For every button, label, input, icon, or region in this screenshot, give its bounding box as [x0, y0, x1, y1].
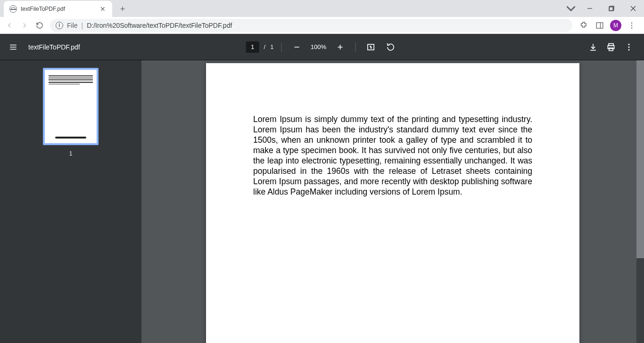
pdf-body: 1 Lorem Ipsum is simply dummy text of th…: [0, 60, 644, 343]
address-bar[interactable]: i File | D:/Iron%20Software/textToPDF/te…: [50, 19, 572, 32]
pdf-toolbar: textFileToPDF.pdf / 1 100%: [0, 34, 644, 60]
tab-title: textFileToPDF.pdf: [21, 6, 95, 12]
back-button[interactable]: [3, 19, 16, 32]
window-maximize-button[interactable]: [601, 1, 622, 16]
globe-icon: [9, 5, 17, 13]
window-close-button[interactable]: [622, 1, 644, 16]
url-scheme: File: [67, 22, 78, 29]
svg-point-25: [628, 49, 630, 50]
extensions-icon[interactable]: [576, 19, 591, 32]
zoom-in-button[interactable]: [332, 40, 347, 55]
window-controls: [563, 0, 644, 17]
thumbnail-page-number: 1: [69, 150, 72, 157]
url-separator: |: [82, 22, 83, 29]
pdf-toolbar-right: [586, 40, 636, 55]
pdf-viewer: textFileToPDF.pdf / 1 100%: [0, 34, 644, 343]
thumbnail-footer-bar: [55, 137, 86, 139]
browser-toolbar: i File | D:/Iron%20Software/textToPDF/te…: [0, 17, 644, 34]
fit-page-button[interactable]: [363, 40, 378, 55]
page-number-input[interactable]: [246, 41, 259, 53]
window-minimize-button[interactable]: [579, 1, 601, 16]
zoom-level: 100%: [309, 43, 328, 50]
pdf-toolbar-center: / 1 100%: [246, 40, 398, 55]
browser-titlebar: textFileToPDF.pdf ✕ +: [0, 0, 644, 17]
side-panel-icon[interactable]: [592, 19, 607, 32]
pdf-page: Lorem Ipsum is simply dummy text of the …: [206, 63, 579, 343]
reload-button[interactable]: [33, 19, 46, 32]
svg-rect-5: [596, 23, 603, 28]
divider: [281, 42, 281, 52]
url-path: D:/Iron%20Software/textToPDF/textFileToP…: [87, 22, 232, 29]
tab-search-icon[interactable]: [563, 0, 579, 16]
page-separator: /: [264, 43, 266, 50]
svg-point-7: [631, 22, 632, 23]
browser-tab[interactable]: textFileToPDF.pdf ✕: [4, 1, 112, 17]
svg-point-8: [631, 24, 632, 25]
page-thumbnail[interactable]: [43, 68, 99, 145]
new-tab-button[interactable]: +: [116, 2, 129, 16]
thumbnail-preview: [49, 75, 93, 85]
pdf-text-content: Lorem Ipsum is simply dummy text of the …: [253, 114, 532, 197]
svg-point-9: [631, 27, 632, 28]
forward-button[interactable]: [18, 19, 31, 32]
site-info-icon[interactable]: i: [56, 22, 63, 29]
thumbnail-panel: 1: [0, 60, 141, 343]
page-canvas-area[interactable]: Lorem Ipsum is simply dummy text of the …: [141, 60, 644, 343]
page-total: 1: [270, 43, 273, 50]
download-button[interactable]: [586, 40, 601, 55]
svg-point-24: [628, 46, 630, 48]
vertical-scrollbar[interactable]: [636, 60, 644, 343]
pdf-more-menu-icon[interactable]: [621, 40, 636, 55]
svg-point-23: [628, 43, 630, 45]
scrollbar-thumb[interactable]: [636, 60, 644, 258]
profile-avatar[interactable]: M: [608, 19, 623, 32]
sidebar-toggle-icon[interactable]: [8, 41, 19, 53]
print-button[interactable]: [603, 40, 619, 55]
toolbar-right: M: [576, 19, 641, 32]
chrome-menu-icon[interactable]: [624, 19, 639, 32]
divider: [355, 42, 355, 52]
pdf-filename: textFileToPDF.pdf: [28, 43, 80, 51]
rotate-button[interactable]: [383, 40, 398, 55]
close-tab-icon[interactable]: ✕: [99, 5, 107, 13]
zoom-out-button[interactable]: [289, 40, 304, 55]
